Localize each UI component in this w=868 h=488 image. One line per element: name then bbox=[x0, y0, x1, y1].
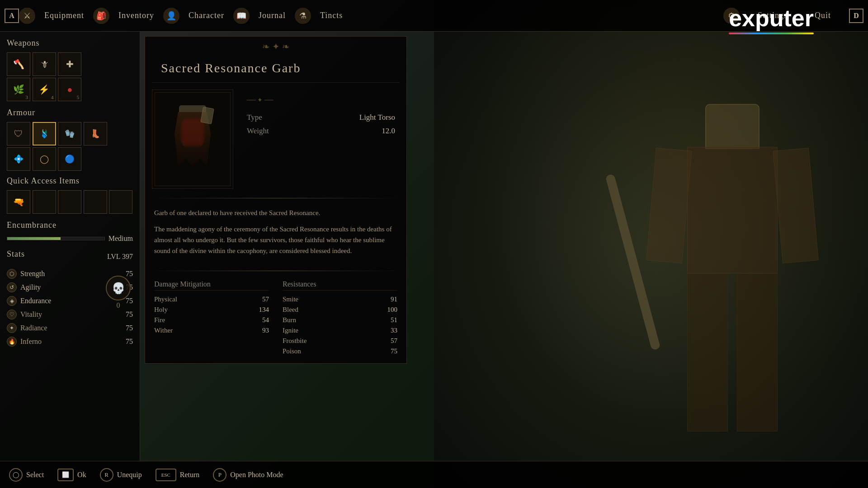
divider-1 bbox=[152, 198, 400, 198]
unequip-label: Unequip bbox=[117, 471, 142, 479]
weapon-slot-4-num: 3 bbox=[26, 94, 28, 100]
stats-header: Stats LVL 397 bbox=[7, 249, 133, 263]
armour-legs-icon: 👢 bbox=[90, 129, 100, 139]
tincts-button[interactable]: Tincts bbox=[311, 7, 352, 24]
weapon-leaf-icon: 🌿 bbox=[13, 84, 24, 95]
tincts-icon: ⚗ bbox=[295, 8, 311, 24]
return-key: ESC bbox=[156, 469, 176, 481]
quick-slot-4[interactable] bbox=[84, 190, 107, 214]
weapon-slot-5-num: 4 bbox=[51, 94, 54, 100]
armour-row-2: 💠 ◯ 🔵 bbox=[7, 147, 133, 171]
poison-label: Poison bbox=[283, 347, 301, 355]
strength-icon: ⬡ bbox=[7, 269, 17, 279]
damage-mitigation-table: Damage Mitigation Physical 57 Holy 134 F… bbox=[154, 280, 269, 357]
armour-torso-icon: 🩱 bbox=[39, 129, 49, 139]
ignite-label: Ignite bbox=[283, 327, 298, 334]
weapon-slot-6-num: 5 bbox=[77, 94, 80, 100]
vitality-value: 75 bbox=[119, 310, 133, 319]
fire-row: Fire 54 bbox=[154, 315, 269, 325]
weapon-blade-icon: ⚡ bbox=[38, 84, 50, 95]
weapon-slot-6[interactable]: ● 5 bbox=[58, 78, 81, 101]
frostbite-label: Frostbite bbox=[283, 337, 307, 345]
physical-row: Physical 57 bbox=[154, 294, 269, 305]
weapon-slot-3[interactable]: ✚ bbox=[58, 52, 81, 76]
quick-slot-2[interactable] bbox=[33, 190, 56, 214]
character-button[interactable]: Character bbox=[179, 7, 233, 24]
quick-item-1-icon: 🔫 bbox=[13, 197, 24, 207]
detail-header: ── ✦ ── Type Light Torso Weight 12.0 bbox=[145, 83, 406, 196]
weapon-slot-2[interactable]: 🗡 bbox=[33, 52, 56, 76]
holy-value: 134 bbox=[259, 306, 269, 314]
type-label: Type bbox=[247, 113, 262, 122]
description-2: The maddening agony of the ceremony of t… bbox=[154, 224, 397, 256]
encumbrance-section: Encumbrance Medium bbox=[7, 221, 133, 243]
bottom-action-bar: ◯ Select ⬜ Ok R Unequip ESC Return P Ope… bbox=[0, 461, 868, 488]
armour-slot-legs[interactable]: 👢 bbox=[84, 122, 107, 145]
armour-row-1: 🛡 🩱 🧤 👢 bbox=[7, 122, 133, 145]
smite-label: Smite bbox=[283, 296, 298, 303]
item-attributes: ── ✦ ── Type Light Torso Weight 12.0 bbox=[242, 89, 400, 189]
weapons-grid: 🪓 🗡 ✚ 🌿 3 ⚡ 4 ● 5 bbox=[7, 52, 133, 101]
journal-button[interactable]: Journal bbox=[250, 7, 295, 24]
select-label: Select bbox=[26, 471, 44, 479]
equipment-button[interactable]: Equipment bbox=[35, 7, 93, 24]
weapon-slot-4[interactable]: 🌿 3 bbox=[7, 78, 30, 101]
wither-label: Wither bbox=[154, 327, 173, 334]
resistances-title: Resistances bbox=[283, 280, 397, 291]
ok-key: ⬜ bbox=[57, 469, 74, 481]
unequip-key: R bbox=[100, 468, 113, 482]
weapon-sword-icon: 🗡 bbox=[40, 59, 49, 70]
armour-slot-torso[interactable]: 🩱 bbox=[33, 122, 56, 145]
quick-slot-3[interactable] bbox=[58, 190, 81, 214]
radiance-value: 75 bbox=[119, 324, 133, 332]
description-1: Garb of one declared to have received th… bbox=[154, 207, 397, 218]
armour-slot-ring3[interactable]: 🔵 bbox=[58, 147, 81, 171]
inferno-value: 75 bbox=[119, 338, 133, 346]
quick-access-title: Quick Access Items bbox=[7, 176, 133, 186]
weight-value: 12.0 bbox=[382, 127, 395, 136]
resistances-table: Resistances Smite 91 Bleed 100 Burn 51 I… bbox=[283, 280, 397, 357]
divider-2 bbox=[152, 271, 400, 271]
skull-value: 0 bbox=[117, 301, 120, 310]
vitality-label: Vitality bbox=[20, 310, 116, 319]
armour-slot-ring2[interactable]: ◯ bbox=[33, 147, 56, 171]
agility-icon: ↺ bbox=[7, 282, 17, 292]
quick-slot-1[interactable]: 🔫 bbox=[7, 190, 30, 214]
encumbrance-bar bbox=[7, 237, 105, 240]
wither-row: Wither 93 bbox=[154, 325, 269, 336]
bleed-value: 100 bbox=[387, 306, 398, 314]
radiance-icon: ✦ bbox=[7, 323, 17, 333]
return-label: Return bbox=[180, 471, 200, 479]
smite-row: Smite 91 bbox=[283, 294, 397, 305]
armour-slot-hands[interactable]: 🧤 bbox=[58, 122, 81, 145]
quick-slot-5[interactable] bbox=[109, 190, 132, 214]
left-panel: Weapons 🪓 🗡 ✚ 🌿 3 ⚡ 4 ● 5 Armour bbox=[0, 32, 140, 461]
frostbite-value: 57 bbox=[391, 337, 397, 345]
weapon-slot-5[interactable]: ⚡ 4 bbox=[33, 78, 56, 101]
select-key: ◯ bbox=[9, 468, 23, 482]
select-action: ◯ Select bbox=[9, 468, 44, 482]
weight-row: Weight 12.0 bbox=[247, 124, 395, 138]
physical-label: Physical bbox=[154, 296, 177, 303]
armour-slot-ring1[interactable]: 💠 bbox=[7, 147, 30, 171]
bleed-label: Bleed bbox=[283, 306, 298, 314]
stat-row-radiance: ✦ Radiance 75 bbox=[7, 321, 133, 335]
weapon-cross-icon: ✚ bbox=[66, 59, 74, 70]
armour-hands-icon: 🧤 bbox=[65, 129, 75, 139]
inventory-button[interactable]: Inventory bbox=[109, 7, 163, 24]
encumbrance-bar-container: Medium bbox=[7, 235, 133, 243]
ok-action: ⬜ Ok bbox=[57, 469, 86, 481]
weapon-slot-1[interactable]: 🪓 bbox=[7, 52, 30, 76]
armour-ring1-icon: 💠 bbox=[14, 154, 24, 164]
detail-title-area: ❧ ✦ ❧ Sacred Resonance Garb bbox=[145, 37, 406, 83]
attr-ornament: ── ✦ ── bbox=[247, 94, 395, 106]
nav-key-a: A bbox=[5, 9, 19, 23]
ignite-row: Ignite 33 bbox=[283, 325, 397, 336]
nav-key-d: D bbox=[849, 9, 863, 23]
journal-icon: 📖 bbox=[233, 8, 250, 24]
smite-value: 91 bbox=[391, 296, 397, 303]
character-display bbox=[434, 0, 868, 488]
type-row: Type Light Torso bbox=[247, 111, 395, 124]
armour-slot-head[interactable]: 🛡 bbox=[7, 122, 30, 145]
armour-title: Armour bbox=[7, 108, 133, 117]
